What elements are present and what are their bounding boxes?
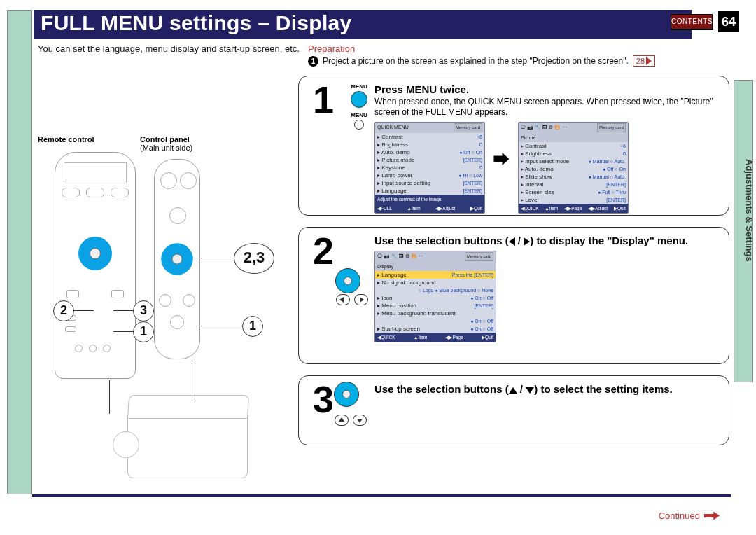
projector-outline bbox=[127, 410, 248, 478]
section-tab: Adjustments & Settings bbox=[734, 80, 753, 382]
remote-outline bbox=[55, 152, 136, 379]
step-1-number: 1 bbox=[309, 79, 338, 120]
right-arrow-icon bbox=[354, 294, 368, 305]
osd-quick-menu: QUICK MENUMemory card ▸ Contrast+6▸ Brig… bbox=[374, 122, 485, 214]
menu-button-icon bbox=[351, 91, 368, 108]
step-3-controls bbox=[334, 414, 368, 429]
step-2: 2 Use the selection buttons ( / ) to dis… bbox=[298, 227, 729, 364]
menu-small-icon bbox=[354, 120, 364, 130]
prep-text: Project a picture on the screen as expla… bbox=[323, 56, 629, 66]
step-1-title: Press MENU twice. bbox=[374, 83, 719, 95]
step-3: 3 Use the selection buttons ( / ) to sel… bbox=[298, 375, 729, 445]
preparation-heading: Preparation bbox=[308, 43, 355, 54]
manual-page: Adjustments & Settings FULL MENU setting… bbox=[0, 0, 756, 535]
step-1: 1 MENU MENU Press MENU twice. When press… bbox=[298, 76, 729, 216]
osd-display-menu: 🖵 📷 🔧 🖼 ⚙ 🎨 ⋯Memory card Display ▸ Langu… bbox=[374, 251, 496, 342]
callout-1-right: 1 bbox=[242, 316, 263, 337]
prep-bullet: 1 bbox=[308, 56, 318, 67]
continued-arrow-icon bbox=[704, 512, 720, 520]
contents-button[interactable]: CONTENTS bbox=[671, 14, 713, 29]
dpad-icon bbox=[334, 382, 359, 407]
step-1-osds: QUICK MENUMemory card ▸ Contrast+6▸ Brig… bbox=[374, 122, 719, 214]
left-arrow-icon bbox=[336, 294, 350, 305]
callout-3-left: 3 bbox=[133, 300, 154, 321]
step-1-body: When pressed once, the QUICK MENU screen… bbox=[374, 97, 719, 118]
control-panel-outline bbox=[154, 159, 200, 359]
continued-indicator: Continued bbox=[659, 510, 720, 521]
step-2-number: 2 bbox=[309, 230, 338, 271]
callout-23: 2,3 bbox=[234, 243, 274, 274]
section-tab-label: Adjustments & Settings bbox=[736, 159, 755, 262]
up-arrow-icon bbox=[335, 415, 349, 426]
bottom-rule bbox=[32, 494, 731, 497]
down-arrow-icon bbox=[353, 415, 367, 426]
page-link-28[interactable]: 28 bbox=[633, 55, 655, 67]
step-2-controls bbox=[335, 268, 369, 309]
title-bar: FULL MENU settings – Display bbox=[34, 10, 692, 39]
step-3-title: Use the selection buttons ( / ) to selec… bbox=[374, 383, 719, 395]
dpad-icon bbox=[335, 268, 360, 293]
steps-column: 1 MENU MENU Press MENU twice. When press… bbox=[298, 76, 729, 457]
menu-caption-bottom: MENU bbox=[345, 112, 373, 118]
hardware-diagram: 2,3 1 2 3 1 bbox=[38, 151, 297, 487]
left-margin-stripe bbox=[7, 10, 32, 494]
step-2-title: Use the selection buttons ( / ) to displ… bbox=[374, 235, 719, 246]
menu-caption-top: MENU bbox=[345, 83, 373, 90]
step-1-icons: MENU MENU bbox=[345, 83, 373, 134]
panel-dpad bbox=[161, 243, 193, 275]
osd-picture-menu: 🖵 📷 🔧 🖼 ⚙ 🎨 ⋯Memory card Picture ▸ Contr… bbox=[518, 122, 629, 214]
continued-label: Continued bbox=[659, 510, 700, 521]
arrow-right-icon bbox=[493, 153, 509, 165]
page-title: FULL MENU settings – Display bbox=[34, 10, 692, 35]
callout-2-left: 2 bbox=[53, 300, 74, 321]
diagram-labels: Control panel Remote control (Main unit … bbox=[38, 135, 192, 152]
preparation-step: 1 Project a picture on the screen as exp… bbox=[308, 55, 655, 67]
intro-text: You can set the language, menu display a… bbox=[38, 43, 304, 55]
callout-1-left: 1 bbox=[133, 321, 154, 342]
page-number: 64 bbox=[718, 11, 739, 32]
remote-dpad bbox=[78, 237, 112, 270]
control-panel-label: Control panel bbox=[140, 135, 192, 144]
